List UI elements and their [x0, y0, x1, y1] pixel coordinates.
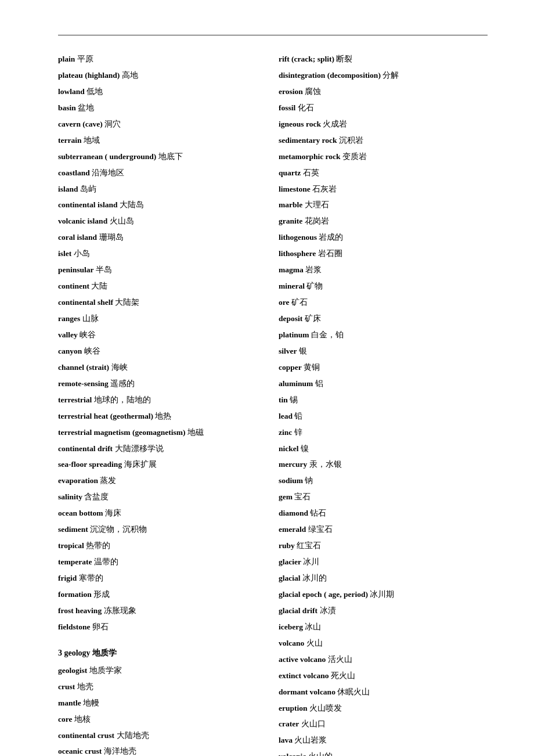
section-header: 3 geology 地质学: [58, 648, 261, 658]
list-item: active volcano 活火山: [279, 653, 488, 667]
list-item: formation 形成: [58, 588, 261, 602]
list-item: ocean bottom 海床: [58, 507, 261, 520]
list-item: subterranean ( underground) 地底下: [58, 150, 261, 164]
list-item: quartz 石英: [279, 167, 488, 180]
list-item: sediment 沉淀物，沉积物: [58, 523, 261, 537]
list-item: continental shelf 大陆架: [58, 296, 261, 309]
list-item: lead 铅: [279, 410, 488, 423]
list-item: evaporation 蒸发: [58, 474, 261, 488]
list-item: fossil 化石: [279, 102, 488, 115]
list-item: island 岛屿: [58, 183, 261, 196]
top-rule: [58, 35, 488, 35]
list-item: glacier 冰川: [279, 556, 488, 569]
list-item: metamorphic rock 变质岩: [279, 150, 488, 164]
list-item: lava 火山岩浆: [279, 734, 488, 747]
list-item: plain 平原: [58, 53, 261, 66]
list-item: terrestrial 地球的，陆地的: [58, 394, 261, 407]
list-item: glacial 冰川的: [279, 572, 488, 585]
list-item: lithogenous 岩成的: [279, 231, 488, 244]
list-item: continent 大陆: [58, 280, 261, 293]
list-item: temperate 温带的: [58, 556, 261, 569]
list-item: mantle 地幔: [58, 697, 261, 710]
list-item: core 地核: [58, 713, 261, 726]
list-item: crust 地壳: [58, 681, 261, 694]
list-item: nickel 镍: [279, 442, 488, 456]
list-item: diamond 钻石: [279, 507, 488, 520]
list-item: islet 小岛: [58, 247, 261, 261]
list-item: coastland 沿海地区: [58, 167, 261, 180]
list-item: geologist 地质学家: [58, 664, 261, 678]
list-item: gem 宝石: [279, 491, 488, 504]
list-item: silver 银: [279, 345, 488, 358]
list-item: continental drift 大陆漂移学说: [58, 442, 261, 456]
list-item: remote-sensing 遥感的: [58, 377, 261, 391]
list-item: terrestrial magnetism (geomagnetism) 地磁: [58, 426, 261, 440]
list-item: sea-floor spreading 海床扩展: [58, 458, 261, 471]
list-item: tropical 热带的: [58, 539, 261, 553]
list-item: platinum 白金，铂: [279, 329, 488, 342]
list-item: plateau (highland) 高地: [58, 69, 261, 82]
list-item: iceberg 冰山: [279, 621, 488, 634]
list-item: magma 岩浆: [279, 264, 488, 277]
list-item: continental island 大陆岛: [58, 199, 261, 212]
list-item: limestone 石灰岩: [279, 183, 488, 196]
list-item: erosion 腐蚀: [279, 85, 488, 99]
list-item: mercury 汞，水银: [279, 458, 488, 471]
list-item: rift (crack; split) 断裂: [279, 53, 488, 66]
list-item: deposit 矿床: [279, 312, 488, 326]
list-item: volcanic 火山的: [279, 750, 488, 756]
list-item: salinity 含盐度: [58, 491, 261, 504]
list-item: aluminum 铝: [279, 377, 488, 391]
list-item: fieldstone 卵石: [58, 621, 261, 634]
list-item: ore 矿石: [279, 296, 488, 309]
list-item: igneous rock 火成岩: [279, 118, 488, 131]
list-item: channel (strait) 海峡: [58, 361, 261, 375]
list-item: canyon 峡谷: [58, 345, 261, 358]
list-item: ruby 红宝石: [279, 539, 488, 553]
list-item: disintegration (decomposition) 分解: [279, 69, 488, 82]
list-item: valley 峡谷: [58, 329, 261, 342]
list-item: lithosphere 岩石圈: [279, 247, 488, 261]
list-item: granite 花岗岩: [279, 215, 488, 228]
list-item: peninsular 半岛: [58, 264, 261, 277]
list-item: terrestrial heat (geothermal) 地热: [58, 410, 261, 423]
list-item: terrain 地域: [58, 134, 261, 147]
list-item: emerald 绿宝石: [279, 523, 488, 537]
list-item: cavern (cave) 洞穴: [58, 118, 261, 131]
list-item: frigid 寒带的: [58, 572, 261, 585]
list-item: volcanic island 火山岛: [58, 215, 261, 228]
list-item: eruption 火山喷发: [279, 702, 488, 715]
list-item: volcano 火山: [279, 637, 488, 650]
list-item: continental crust 大陆地壳: [58, 729, 261, 743]
list-item: marble 大理石: [279, 199, 488, 212]
list-item: crater 火山口: [279, 718, 488, 731]
list-item: glacial epoch ( age, period) 冰川期: [279, 588, 488, 602]
list-item: oceanic crust 海洋地壳: [58, 745, 261, 756]
list-item: extinct volcano 死火山: [279, 669, 488, 683]
list-item: sedimentary rock 沉积岩: [279, 134, 488, 147]
list-item: basin 盆地: [58, 102, 261, 115]
left-column: plain 平原plateau (highland) 高地lowland 低地b…: [58, 53, 273, 756]
list-item: ranges 山脉: [58, 312, 261, 326]
list-item: mineral 矿物: [279, 280, 488, 293]
right-column: rift (crack; split) 断裂disintegration (de…: [273, 53, 488, 756]
list-item: coral island 珊瑚岛: [58, 231, 261, 244]
list-item: tin 锡: [279, 394, 488, 407]
list-item: lowland 低地: [58, 85, 261, 99]
list-item: copper 黄铜: [279, 361, 488, 375]
list-item: sodium 钠: [279, 474, 488, 488]
list-item: frost heaving 冻胀现象: [58, 604, 261, 618]
list-item: glacial drift 冰渍: [279, 604, 488, 618]
list-item: zinc 锌: [279, 426, 488, 440]
list-item: dormant volcano 休眠火山: [279, 686, 488, 699]
